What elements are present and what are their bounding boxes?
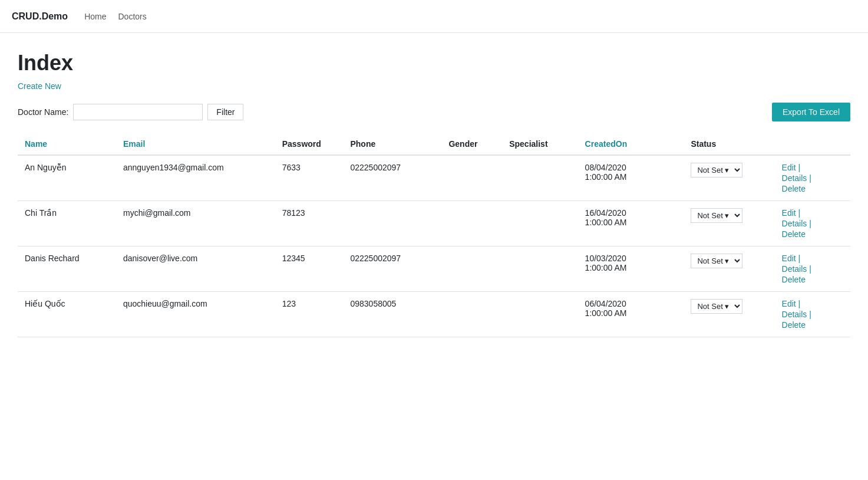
cell-actions: Edit | Details | Delete [775,155,850,201]
create-new-link[interactable]: Create New [18,81,61,91]
table-header: Name Email Password Phone Gender Special… [18,133,850,155]
cell-gender [441,155,502,201]
cell-name: Chi Trần [18,201,116,246]
edit-link[interactable]: Edit | [782,163,843,172]
cell-name: Hiếu Quốc [18,292,116,337]
cell-phone: 0983058005 [343,292,441,337]
table-row: An Nguyễn annguyen1934@gmail.com 7633 02… [18,155,850,201]
details-link[interactable]: Details | [782,310,843,319]
details-link[interactable]: Details | [782,173,843,183]
main-content: Index Create New Doctor Name: Filter Exp… [0,33,868,355]
status-select[interactable]: Not Set ▾ Active Inactive [691,299,742,314]
cell-actions: Edit | Details | Delete [775,292,850,337]
export-to-excel-button[interactable]: Export To Excel [772,103,850,121]
cell-createdon: 08/04/20201:00:00 AM [578,155,684,201]
cell-password: 78123 [275,201,344,246]
action-links: Edit | Details | Delete [782,208,843,239]
col-header-phone: Phone [343,133,441,155]
cell-status[interactable]: Not Set ▾ Active Inactive [684,201,774,246]
filter-label: Doctor Name: [18,107,68,117]
nav-link-doctors[interactable]: Doctors [118,12,146,21]
action-links: Edit | Details | Delete [782,299,843,330]
cell-email: mychi@gmail.com [116,201,275,246]
col-header-actions [775,133,850,155]
delete-link[interactable]: Delete [782,275,843,284]
filter-left: Doctor Name: Filter [18,104,243,120]
nav-links: Home Doctors [84,12,147,21]
cell-name: An Nguyễn [18,155,116,201]
status-select[interactable]: Not Set ▾ Active Inactive [691,163,742,177]
doctors-table: Name Email Password Phone Gender Special… [18,133,850,337]
filter-button[interactable]: Filter [207,104,243,120]
cell-status[interactable]: Not Set ▾ Active Inactive [684,155,774,201]
cell-createdon: 10/03/20201:00:00 AM [578,246,684,292]
edit-link[interactable]: Edit | [782,299,843,308]
col-header-createdon: CreatedOn [578,133,684,155]
table-row: Danis Rechard danisover@live.com 12345 0… [18,246,850,292]
cell-createdon: 16/04/20201:00:00 AM [578,201,684,246]
edit-link[interactable]: Edit | [782,208,843,218]
cell-password: 12345 [275,246,344,292]
col-header-name: Name [18,133,116,155]
col-header-status: Status [684,133,774,155]
cell-phone: 02225002097 [343,246,441,292]
cell-specialist [502,201,577,246]
details-link[interactable]: Details | [782,219,843,228]
cell-phone [343,201,441,246]
cell-email: quochieuu@gmail.com [116,292,275,337]
cell-specialist [502,292,577,337]
navbar-brand[interactable]: CRUD.Demo [12,11,68,22]
col-header-email: Email [116,133,275,155]
cell-specialist [502,155,577,201]
cell-name: Danis Rechard [18,246,116,292]
navbar: CRUD.Demo Home Doctors [0,0,868,33]
delete-link[interactable]: Delete [782,320,843,330]
page-title: Index [18,51,850,75]
status-select[interactable]: Not Set ▾ Active Inactive [691,254,742,268]
delete-link[interactable]: Delete [782,229,843,239]
cell-actions: Edit | Details | Delete [775,201,850,246]
table-row: Chi Trần mychi@gmail.com 78123 16/04/202… [18,201,850,246]
cell-status[interactable]: Not Set ▾ Active Inactive [684,246,774,292]
delete-link[interactable]: Delete [782,184,843,193]
cell-specialist [502,246,577,292]
cell-phone: 02225002097 [343,155,441,201]
cell-actions: Edit | Details | Delete [775,246,850,292]
action-links: Edit | Details | Delete [782,254,843,284]
nav-link-home[interactable]: Home [84,12,106,21]
cell-password: 123 [275,292,344,337]
col-header-specialist: Specialist [502,133,577,155]
cell-gender [441,246,502,292]
cell-gender [441,292,502,337]
table-body: An Nguyễn annguyen1934@gmail.com 7633 02… [18,155,850,337]
details-link[interactable]: Details | [782,264,843,274]
cell-email: annguyen1934@gmail.com [116,155,275,201]
status-select[interactable]: Not Set ▾ Active Inactive [691,208,742,223]
cell-status[interactable]: Not Set ▾ Active Inactive [684,292,774,337]
col-header-password: Password [275,133,344,155]
table-row: Hiếu Quốc quochieuu@gmail.com 123 098305… [18,292,850,337]
action-links: Edit | Details | Delete [782,163,843,193]
cell-email: danisover@live.com [116,246,275,292]
cell-createdon: 06/04/20201:00:00 AM [578,292,684,337]
edit-link[interactable]: Edit | [782,254,843,263]
cell-password: 7633 [275,155,344,201]
col-header-gender: Gender [441,133,502,155]
cell-gender [441,201,502,246]
doctor-name-input[interactable] [73,104,203,120]
filter-bar: Doctor Name: Filter Export To Excel [18,103,850,121]
table-header-row: Name Email Password Phone Gender Special… [18,133,850,155]
